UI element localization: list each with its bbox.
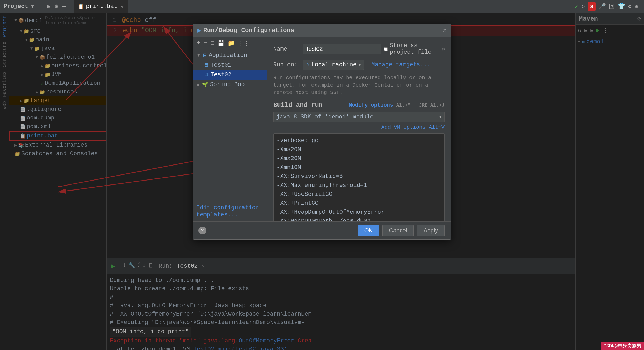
project-dropdown-icon[interactable]: ▼ <box>31 4 34 9</box>
run-description: Run configurations may be executed local… <box>273 74 445 96</box>
jre-label: JRE Alt+J <box>419 103 445 108</box>
add-vm-label: Add VM options Alt+V <box>381 124 445 130</box>
toolbar-save-btn[interactable]: 💾 <box>217 40 225 47</box>
dialog-icon: ▶ <box>197 27 201 34</box>
top-bar: Project ▼ ≡ ⊞ ⚙ — 📋 print.bat ✕ ✓ ↻ S 🎤 … <box>0 0 644 13</box>
apply-button[interactable]: Apply <box>417 225 445 236</box>
toolbar-copy-btn[interactable]: □ <box>211 40 214 47</box>
app-config-icon: 🖥 <box>202 53 207 58</box>
vm-opt-printgc: -XX:+PrintGC <box>277 199 441 208</box>
vm-opt-xmx: -Xmx20M <box>277 154 441 163</box>
run-on-dropdown[interactable]: ⌂ Local machine ▼ <box>303 60 364 70</box>
project-label: Project <box>3 3 29 10</box>
toolbar-remove-btn[interactable]: − <box>204 39 208 47</box>
manage-targets-link[interactable]: Manage targets... <box>371 62 430 68</box>
expand-all-icon[interactable]: ⊞ <box>47 3 50 10</box>
modify-shortcut: Alt+M <box>396 103 411 108</box>
store-settings-icon: ⚙ <box>442 46 445 52</box>
vm-opt-xmn: -Xmn10M <box>277 163 441 172</box>
app-config-arrow: ▼ <box>197 53 200 58</box>
dialog-form-panel: Name: Store as project file ⚙ Run on: ⌂ <box>267 37 451 221</box>
top-bar-left: Project ▼ <box>3 3 34 10</box>
store-as-project-checkbox[interactable] <box>384 47 388 51</box>
app-config-label: Application <box>209 52 247 59</box>
dialog-overlay: ▶ Run/Debug Configurations ✕ + − □ 💾 📁 ⋮… <box>0 13 644 350</box>
test02-icon: 🖥 <box>204 72 208 78</box>
bat-tab-icon: 📋 <box>78 4 84 9</box>
vm-opt-dumppath: -XX:HeapDumpPath=./oom.dump <box>277 217 441 221</box>
config-item-test02[interactable]: 🖥 Test02 <box>193 70 267 80</box>
vm-opt-heapdump: -XX:+HeapDumpOnOutOfMemoryError <box>277 208 441 217</box>
run-debug-dialog: ▶ Run/Debug Configurations ✕ + − □ 💾 📁 ⋮… <box>193 24 451 240</box>
sdk-dropdown-arrow: ▼ <box>439 115 442 119</box>
dialog-title-bar: ▶ Run/Debug Configurations ✕ <box>193 24 451 37</box>
translate-icon[interactable]: 回 <box>609 3 615 11</box>
vm-opt-survivor: -XX:SurvivorRatio=8 <box>277 172 441 181</box>
dialog-close-button[interactable]: ✕ <box>443 27 447 34</box>
store-label-text: Store as project file <box>390 42 440 56</box>
vm-opt-tenuring: -XX:MaxTenuringThreshold=1 <box>277 181 441 190</box>
modify-options-link[interactable]: Modify options <box>349 102 393 108</box>
springboot-label: Spring Boot <box>210 81 248 88</box>
run-on-value: Local machine <box>311 62 357 68</box>
s-btn[interactable]: S <box>588 2 595 11</box>
tab-filename: print.bat <box>86 3 117 10</box>
springboot-icon: 🌱 <box>202 82 208 88</box>
tree-toggle-icon[interactable]: ≡ <box>39 3 43 10</box>
dialog-footer: ? OK Cancel Apply <box>193 221 451 239</box>
test01-label: Test01 <box>211 62 231 68</box>
build-run-label: Build and run <box>273 102 323 109</box>
tab-print-bat[interactable]: 📋 print.bat ✕ <box>74 0 128 13</box>
settings-icon[interactable]: ⚙ <box>55 3 58 10</box>
edit-templates-area: Edit configuration templates... <box>193 201 267 221</box>
test01-icon: 🖥 <box>204 62 208 68</box>
build-run-header: Build and run Modify options Alt+M JRE A… <box>273 102 445 109</box>
vm-options-box[interactable]: -verbose: gc -Xms20M -Xmx20M -Xmn10M -XX… <box>273 133 445 221</box>
dialog-toolbar: + − □ 💾 📁 ⋮⋮ <box>193 37 267 49</box>
dropdown-arrow: ▼ <box>359 63 361 67</box>
run-on-row: Run on: ⌂ Local machine ▼ Manage targets… <box>273 60 445 70</box>
dialog-config-panel: + − □ 💾 📁 ⋮⋮ ▼ 🖥 Application <box>193 37 267 221</box>
name-label: Name: <box>273 46 300 52</box>
sdk-dropdown[interactable]: java 8 SDK of 'demo1' module ▼ <box>273 112 445 122</box>
config-tree: ▼ 🖥 Application 🖥 Test01 🖥 Test02 <box>193 49 267 201</box>
settings2-icon[interactable]: ⚙ <box>628 3 632 10</box>
help-question-icon[interactable]: ? <box>198 227 206 234</box>
close-panel-icon[interactable]: — <box>62 3 66 10</box>
toolbar-folder-btn[interactable]: 📁 <box>228 40 235 47</box>
store-as-project-label: Store as project file ⚙ <box>384 42 445 56</box>
top-right-area: ✓ ↻ S 🎤 回 👕 ⚙ ⊞ <box>574 2 641 11</box>
csdn-badge: CSDN@单身贵族男 <box>601 342 644 350</box>
cancel-button[interactable]: Cancel <box>382 225 413 236</box>
vm-opt-xms: -Xms20M <box>277 145 441 154</box>
springboot-arrow: ▶ <box>197 82 200 87</box>
vm-opt-verbose: -verbose: gc <box>277 136 441 145</box>
dialog-body: + − □ 💾 📁 ⋮⋮ ▼ 🖥 Application <box>193 37 451 221</box>
edit-templates-link[interactable]: Edit configuration templates... <box>196 204 259 218</box>
vm-opt-serial: -XX:+UseSerialGC <box>277 190 441 199</box>
add-vm-options-link[interactable]: Add VM options Alt+V <box>273 124 445 130</box>
name-input[interactable] <box>303 44 381 54</box>
mic-icon[interactable]: 🎤 <box>599 3 606 10</box>
test02-label: Test02 <box>211 72 231 78</box>
check-icon: ✓ <box>574 3 578 10</box>
run-on-label: Run on: <box>273 62 300 68</box>
sync-icon[interactable]: ↻ <box>581 3 585 10</box>
toolbar-add-btn[interactable]: + <box>196 39 201 47</box>
ok-button[interactable]: OK <box>358 225 379 236</box>
toolbar-sort-btn[interactable]: ⋮⋮ <box>238 40 250 47</box>
name-row: Name: Store as project file ⚙ <box>273 42 445 56</box>
sdk-label: java 8 SDK of 'demo1' module <box>276 114 439 120</box>
tab-close-btn[interactable]: ✕ <box>120 4 123 9</box>
config-item-test01[interactable]: 🖥 Test01 <box>193 60 267 70</box>
home-icon: ⌂ <box>306 62 309 68</box>
shirt-icon[interactable]: 👕 <box>618 3 625 10</box>
expand-icon[interactable]: ⊞ <box>635 3 638 10</box>
config-item-springboot[interactable]: ▶ 🌱 Spring Boot <box>193 80 267 89</box>
dialog-title: Run/Debug Configurations <box>203 27 443 34</box>
config-item-application[interactable]: ▼ 🖥 Application <box>193 51 267 60</box>
